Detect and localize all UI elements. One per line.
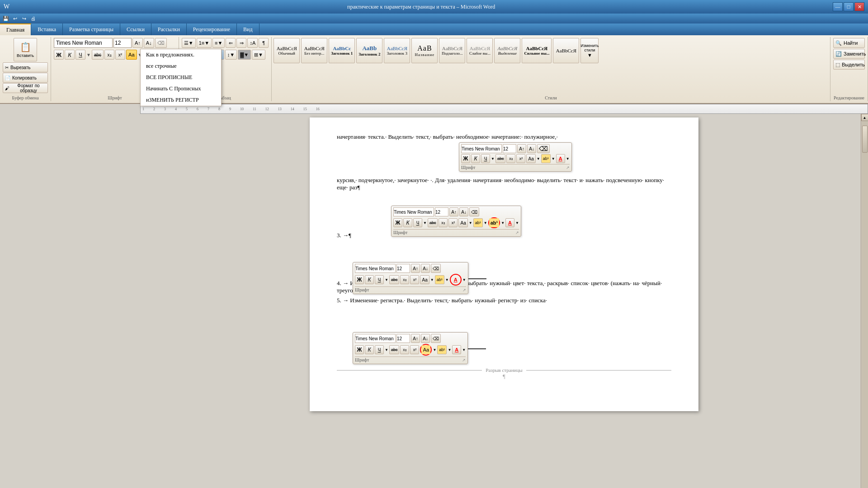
scroll-track[interactable] (862, 121, 868, 488)
mini-decrease-font-1[interactable]: A↓ (527, 144, 536, 153)
style-normal[interactable]: AaBbCcЯ Обычный (274, 38, 300, 63)
mini-color-4[interactable]: А (452, 345, 461, 354)
mini-decrease-font-2[interactable]: A↓ (459, 207, 468, 216)
mini-size-input-2[interactable] (435, 207, 448, 216)
style-extra[interactable]: AaBbCcЯ (553, 38, 579, 63)
superscript-button[interactable]: x² (115, 50, 125, 60)
mini-size-input-4[interactable] (396, 334, 410, 343)
strikethrough-button[interactable]: abc (92, 50, 104, 60)
tab-insert[interactable]: Вставка (31, 23, 63, 35)
mini-clear-2[interactable]: ⌫ (469, 207, 479, 216)
minimize-button[interactable]: — (833, 2, 843, 11)
mini-increase-font-4[interactable]: A↑ (411, 334, 420, 343)
line-spacing-button[interactable]: ↕▼ (225, 50, 237, 60)
show-formatting-button[interactable]: ¶ (259, 38, 269, 48)
change-case-button[interactable]: Аа (126, 50, 137, 60)
mini-sub-3[interactable]: x₂ (400, 275, 409, 284)
tab-review[interactable]: Рецензирование (187, 23, 237, 35)
tab-layout[interactable]: Разметка страницы (63, 23, 120, 35)
bold-button[interactable]: Ж (54, 50, 64, 60)
mini-case-2[interactable]: Аа (458, 218, 467, 227)
style-no-spacing[interactable]: AaBbCcЯ Без интер... (301, 38, 327, 63)
mini-strike-1[interactable]: abc (495, 154, 506, 163)
qa-redo[interactable]: ↪ (20, 14, 28, 23)
style-strong[interactable]: AaBbCcЯ Сильное вы... (522, 38, 552, 63)
mini-sup-2[interactable]: x² (448, 218, 458, 227)
mini-underline-3[interactable]: Ч (375, 275, 384, 284)
subscript-button[interactable]: x₂ (104, 50, 114, 60)
select-button[interactable]: ⬚Выделить (833, 60, 865, 70)
mini-bold-3[interactable]: Ж (355, 275, 364, 284)
mini-sup-4[interactable]: x² (410, 345, 419, 354)
tab-mailings[interactable]: Рассылки (151, 23, 187, 35)
mini-decrease-font-3[interactable]: A↓ (421, 264, 430, 273)
bullets-button[interactable]: ☰▼ (182, 38, 196, 48)
paste-button[interactable]: 📋 Вставить (14, 38, 37, 61)
style-subtle[interactable]: AaBbCcЯ Слабое вы... (467, 38, 493, 63)
ctx-toggle-case[interactable]: иЗМЕНИТЬ РЕГИСТР (141, 94, 221, 106)
mini-color-highlight-2[interactable]: ab¹ (489, 218, 500, 227)
mini-sub-1[interactable]: x₂ (506, 154, 515, 163)
mini-case-1[interactable]: Аа (526, 154, 535, 163)
mini-font-input-3[interactable] (355, 264, 396, 273)
mini-highlight-2[interactable]: ab¹ (473, 218, 483, 227)
mini-increase-font-3[interactable]: A↑ (411, 264, 420, 273)
tab-references[interactable]: Ссылки (120, 23, 151, 35)
mini-decrease-font-4[interactable]: A↓ (421, 334, 430, 343)
ctx-uppercase[interactable]: ВСЕ ПРОПИСНЫЕ (141, 72, 221, 83)
scroll-thumb[interactable] (862, 126, 868, 153)
mini-italic-2[interactable]: К (403, 218, 412, 227)
replace-button[interactable]: 🔄Заменить (833, 49, 865, 59)
increase-indent-button[interactable]: ⇒ (236, 38, 246, 48)
mini-underline-4[interactable]: Ч (375, 345, 384, 354)
qa-save[interactable]: 💾 (2, 14, 10, 23)
mini-clear-3[interactable]: ⌫ (431, 264, 441, 273)
mini-italic-4[interactable]: К (365, 345, 374, 354)
mini-bold-4[interactable]: Ж (355, 345, 364, 354)
mini-italic-3[interactable]: К (365, 275, 374, 284)
mini-font-input-4[interactable] (355, 334, 396, 343)
ctx-sentence-case[interactable]: Как в предложениях. (141, 49, 221, 61)
mini-case-3[interactable]: Аа (420, 275, 429, 284)
font-name-input[interactable] (54, 38, 113, 48)
mini-sub-2[interactable]: x₂ (439, 218, 448, 227)
mini-bold-2[interactable]: Ж (393, 218, 402, 227)
numbering-button[interactable]: 1≡▼ (197, 38, 212, 48)
increase-font-button[interactable]: A↑ (132, 38, 143, 48)
mini-font-input-2[interactable] (393, 207, 434, 216)
borders-button[interactable]: ⊞▼ (252, 50, 265, 60)
style-h3[interactable]: AaBbCcЯ Заголовок 3 (384, 38, 410, 63)
mini-sup-3[interactable]: x² (410, 275, 419, 284)
decrease-indent-button[interactable]: ⇐ (226, 38, 236, 48)
mini-strike-4[interactable]: abc (389, 345, 400, 354)
mini-strike-3[interactable]: abc (389, 275, 400, 284)
mini-underline-2[interactable]: Ч (413, 218, 422, 227)
mini-highlight-4[interactable]: ab¹ (437, 345, 447, 354)
format-painter-button[interactable]: 🖌Формат по образцу (3, 83, 48, 93)
tab-view[interactable]: Вид (237, 23, 259, 35)
mini-size-input-1[interactable] (503, 144, 516, 153)
mini-underline-1[interactable]: Ч (481, 154, 490, 163)
sort-button[interactable]: ↕A (247, 38, 258, 48)
ctx-capitalize[interactable]: Начинать С Прописных (141, 83, 221, 94)
document-page[interactable]: начертания· текста.· Выделить· текст,· в… (310, 117, 698, 411)
mini-font-input-1[interactable] (461, 144, 502, 153)
qa-print[interactable]: 🖨 (29, 14, 37, 23)
style-subtitle[interactable]: AaBbCcЯ Подзаголо... (439, 38, 465, 63)
copy-button[interactable]: 📄Копировать (3, 73, 48, 83)
mini-sup-1[interactable]: x² (516, 154, 525, 163)
mini-size-input-3[interactable] (396, 264, 410, 273)
shading-button[interactable]: ▓▼ (238, 50, 251, 60)
style-title[interactable]: AaB Название (411, 38, 438, 63)
mini-color-circle-3[interactable]: А (451, 275, 460, 284)
mini-highlight-3[interactable]: ab¹ (435, 275, 444, 284)
decrease-font-button[interactable]: A↓ (144, 38, 154, 48)
clear-format-button[interactable]: ⌫ (155, 38, 167, 48)
style-emphasis[interactable]: AaBbCcЯ Выделение (494, 38, 520, 63)
mini-clear-4[interactable]: ⌫ (431, 334, 441, 343)
mini-sub-4[interactable]: x₂ (400, 345, 409, 354)
scroll-up-button[interactable]: ▲ (861, 114, 868, 121)
mini-clear-1[interactable]: ⌫ (537, 144, 550, 153)
cut-button[interactable]: ✂Вырезать (3, 62, 48, 72)
qa-undo[interactable]: ↩ (11, 14, 19, 23)
